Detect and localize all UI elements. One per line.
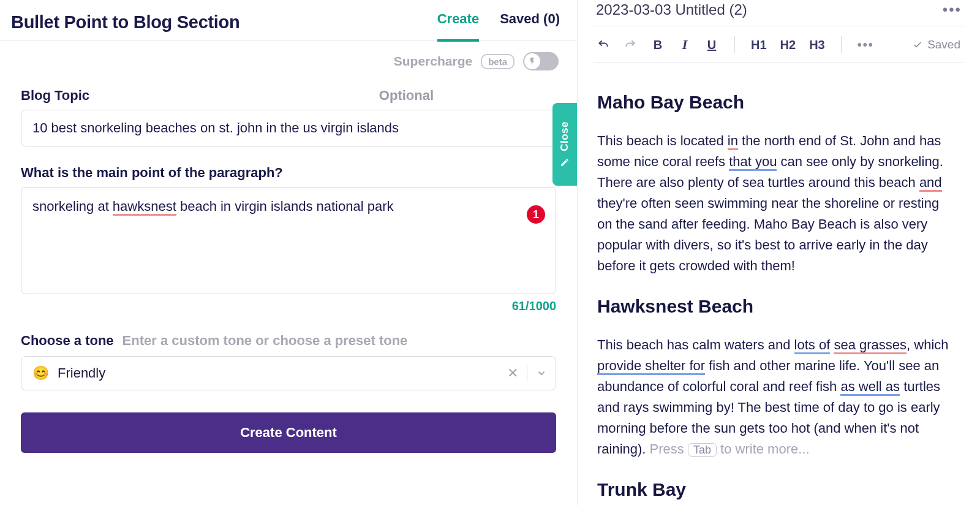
doc-header: 2023-03-03 Untitled (2) ••• [594, 0, 964, 26]
beta-badge: beta [481, 54, 514, 69]
text-run: This beach is located [597, 133, 728, 148]
text-run: they're often seen swimming near the sho… [597, 196, 939, 273]
close-panel-tab[interactable]: Close [552, 103, 577, 186]
supercharge-label: Supercharge [394, 54, 472, 69]
text-run: provide shelter for [597, 358, 705, 375]
main-point-input[interactable]: snorkeling at hawksnest beach in virgin … [21, 187, 556, 294]
text-run: beach in virgin islands national park [176, 199, 394, 214]
tab-saved[interactable]: Saved (0) [500, 11, 560, 33]
check-icon [913, 40, 922, 50]
undo-icon[interactable] [597, 39, 611, 51]
h1-button[interactable]: H1 [751, 38, 767, 52]
tab-create[interactable]: Create [437, 11, 479, 33]
divider [527, 365, 527, 381]
toolbar-separator [841, 36, 842, 53]
tabs: Create Saved (0) [437, 11, 560, 33]
tab-key-hint: Tab [688, 443, 717, 457]
blog-topic-label-row: Blog Topic Optional [21, 88, 556, 104]
clear-icon[interactable]: ✕ [507, 365, 518, 381]
text-run: This beach has calm waters and [597, 337, 794, 352]
editor-body[interactable]: Maho Bay BeachThis beach is located in t… [594, 63, 964, 505]
right-panel: 2023-03-03 Untitled (2) ••• B I U H1 H2 … [578, 0, 980, 505]
tone-row: Choose a tone Enter a custom tone or cho… [21, 333, 556, 349]
more-icon[interactable]: ••• [943, 1, 962, 18]
main-point-label: What is the main point of the paragraph? [21, 165, 283, 181]
text-run: snorkeling at [32, 199, 113, 214]
h2-button[interactable]: H2 [780, 38, 796, 52]
text-run: , which [907, 337, 948, 352]
bold-button[interactable]: B [651, 38, 665, 52]
supercharge-toggle[interactable] [523, 52, 559, 70]
text-run: sea grasses [834, 337, 907, 354]
editor-toolbar: B I U H1 H2 H3 ••• Saved [594, 26, 964, 63]
text-run: and [919, 175, 942, 192]
text-run: lots of [794, 337, 831, 354]
h3-button[interactable]: H3 [809, 38, 825, 52]
section-heading: Maho Bay Beach [597, 88, 953, 117]
blog-topic-input[interactable] [21, 110, 556, 146]
tone-placeholder: Enter a custom tone or choose a preset t… [123, 333, 408, 349]
doc-title[interactable]: 2023-03-03 Untitled (2) [596, 1, 747, 18]
left-header: Bullet Point to Blog Section Create Save… [0, 0, 577, 41]
ghost-text: to write more... [717, 441, 810, 457]
text-run: as well as [840, 379, 900, 396]
char-count: 61/1000 [21, 299, 556, 313]
underline-button[interactable]: U [705, 38, 718, 52]
create-content-button[interactable]: Create Content [21, 412, 556, 453]
main-point-label-row: What is the main point of the paragraph? [21, 165, 556, 181]
form-area: Blog Topic Optional What is the main poi… [0, 77, 577, 505]
bolt-icon [524, 53, 540, 69]
supercharge-row: Supercharge beta [0, 41, 577, 77]
toolbar-separator [734, 36, 735, 53]
redo-icon[interactable] [624, 39, 638, 51]
page-title: Bullet Point to Blog Section [11, 12, 239, 32]
blog-topic-label: Blog Topic [21, 88, 89, 104]
tone-select[interactable]: 😊 Friendly ✕ [21, 356, 556, 390]
tone-controls: ✕ [507, 357, 547, 390]
section-heading: Hawksnest Beach [597, 292, 953, 321]
saved-text: Saved [927, 38, 960, 51]
more-formatting-icon[interactable]: ••• [858, 38, 874, 52]
close-label: Close [559, 121, 571, 151]
left-panel: Bullet Point to Blog Section Create Save… [0, 0, 578, 505]
optional-label: Optional [379, 88, 434, 104]
saved-status: Saved [913, 38, 960, 51]
smile-icon: 😊 [32, 365, 49, 381]
tone-value: Friendly [58, 365, 105, 381]
tone-label: Choose a tone [21, 333, 114, 349]
italic-button[interactable]: I [678, 37, 692, 53]
section-heading: Trunk Bay [597, 476, 953, 504]
chevron-down-icon[interactable] [536, 368, 547, 379]
main-point-wrap: snorkeling at hawksnest beach in virgin … [21, 187, 556, 294]
text-run: in [728, 133, 738, 150]
ghost-text: Press [650, 441, 688, 457]
spell-underline: hawksnest [113, 199, 176, 216]
error-count-badge[interactable]: 1 [527, 205, 545, 224]
text-run: that you [729, 154, 777, 171]
section-paragraph: This beach has calm waters and lots of s… [597, 335, 953, 460]
pencil-icon [560, 158, 570, 167]
section-paragraph: This beach is located in the north end o… [597, 131, 953, 277]
